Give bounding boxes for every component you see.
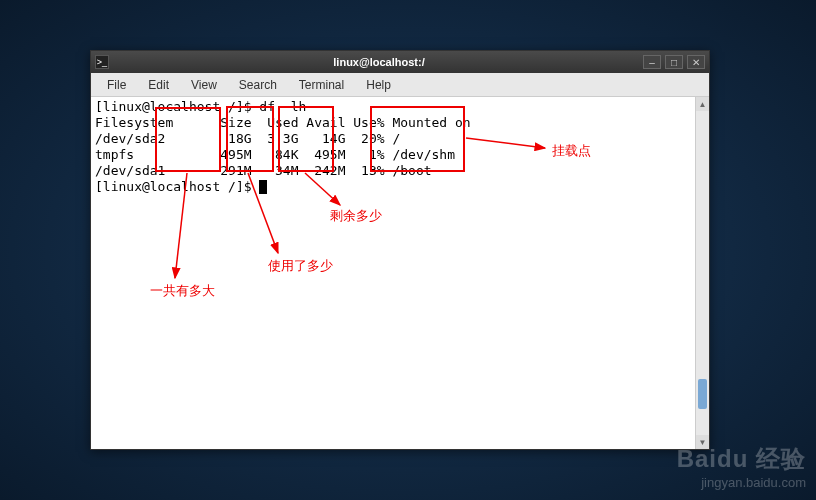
terminal-window: >_ linux@localhost:/ – □ ✕ File Edit Vie… [90,50,710,450]
scroll-thumb[interactable] [698,379,707,409]
menu-search[interactable]: Search [229,76,287,94]
terminal-line-prompt2: [linux@localhost /]$ [95,179,705,195]
minimize-button[interactable]: – [643,55,661,69]
scroll-up-icon[interactable]: ▲ [696,97,709,111]
terminal-line-row: /dev/sda1 291M 34M 242M 13% /boot [95,163,705,179]
terminal-line-header: Filesystem Size Used Avail Use% Mounted … [95,115,705,131]
watermark: Baidu 经验 jingyan.baidu.com [677,443,806,490]
cursor [259,180,267,194]
menu-view[interactable]: View [181,76,227,94]
title-bar[interactable]: >_ linux@localhost:/ – □ ✕ [91,51,709,73]
menu-edit[interactable]: Edit [138,76,179,94]
terminal-line-row: /dev/sda2 18G 3.3G 14G 20% / [95,131,705,147]
terminal-icon: >_ [95,55,109,69]
menu-help[interactable]: Help [356,76,401,94]
terminal-line-row: tmpfs 495M 84K 495M 1% /dev/shm [95,147,705,163]
maximize-button[interactable]: □ [665,55,683,69]
scrollbar[interactable]: ▲ ▼ [695,97,709,449]
window-controls: – □ ✕ [643,55,705,69]
menu-terminal[interactable]: Terminal [289,76,354,94]
terminal-content[interactable]: [linux@localhost /]$ df -lh Filesystem S… [91,97,709,449]
close-button[interactable]: ✕ [687,55,705,69]
watermark-brand: Baidu 经验 [677,443,806,475]
window-title: linux@localhost:/ [115,56,643,68]
watermark-url: jingyan.baidu.com [677,475,806,490]
menu-bar: File Edit View Search Terminal Help [91,73,709,97]
menu-file[interactable]: File [97,76,136,94]
terminal-line-prompt1: [linux@localhost /]$ df -lh [95,99,705,115]
